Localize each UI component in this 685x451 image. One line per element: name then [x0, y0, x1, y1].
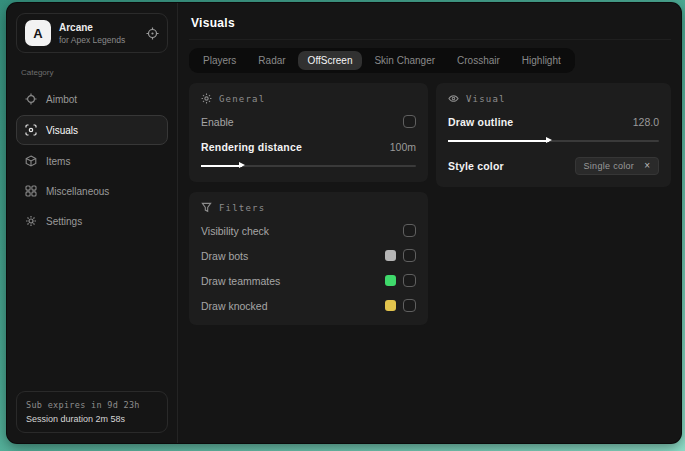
enable-label: Enable	[201, 116, 234, 128]
sun-icon	[201, 93, 212, 104]
app-window: A Arcane for Apex Legends Category	[7, 3, 681, 443]
session-duration-text: Session duration 2m 58s	[26, 414, 158, 424]
tab-offscreen[interactable]: OffScreen	[298, 51, 363, 70]
panel-title-text: Filters	[219, 203, 265, 213]
draw-knocked-checkbox[interactable]	[403, 299, 416, 312]
panel-title-text: General	[219, 94, 265, 104]
draw-knocked-label: Draw knocked	[201, 300, 268, 312]
funnel-icon	[201, 202, 212, 213]
sidebar-item-label: Settings	[46, 216, 82, 227]
tab-skin-changer[interactable]: Skin Changer	[364, 51, 445, 70]
sidebar: A Arcane for Apex Legends Category	[7, 3, 178, 443]
draw-outline-slider[interactable]	[448, 136, 659, 145]
sidebar-item-label: Visuals	[46, 125, 78, 136]
tab-highlight[interactable]: Highlight	[512, 51, 571, 70]
draw-outline-label: Draw outline	[448, 116, 513, 128]
sidebar-item-visuals[interactable]: Visuals	[16, 115, 168, 145]
draw-bots-color-swatch[interactable]	[385, 250, 396, 261]
crosshair-icon	[25, 93, 37, 105]
style-color-chip[interactable]: Single color ×	[575, 157, 659, 175]
visibility-check-checkbox[interactable]	[403, 224, 416, 237]
slider-handle[interactable]	[546, 137, 552, 143]
brand-card: A Arcane for Apex Legends	[16, 13, 168, 53]
tab-bar: Players Radar OffScreen Skin Changer Cro…	[189, 48, 575, 73]
style-color-label: Style color	[448, 160, 504, 172]
draw-teammates-label: Draw teammates	[201, 275, 280, 287]
visual-panel: Visual Draw outline 128.0 Style color	[436, 83, 671, 187]
grid-icon	[25, 185, 37, 197]
draw-teammates-checkbox[interactable]	[403, 274, 416, 287]
sidebar-item-items[interactable]: Items	[16, 147, 168, 175]
panels-area: General Enable Rendering distance 100m	[189, 83, 671, 325]
close-icon[interactable]: ×	[644, 161, 650, 171]
enable-checkbox[interactable]	[403, 115, 416, 128]
brand-text: Arcane for Apex Legends	[59, 22, 125, 45]
main-content: Visuals Players Radar OffScreen Skin Cha…	[178, 3, 681, 443]
sidebar-item-miscellaneous[interactable]: Miscellaneous	[16, 177, 168, 205]
panel-title-text: Visual	[466, 94, 506, 104]
brand-logo: A	[25, 20, 51, 46]
page-title: Visuals	[189, 3, 671, 40]
draw-knocked-color-swatch[interactable]	[385, 300, 396, 311]
scan-eye-icon	[25, 124, 37, 136]
cube-icon	[25, 155, 37, 167]
target-icon[interactable]	[146, 27, 159, 40]
brand-name: Arcane	[59, 22, 125, 33]
tab-players[interactable]: Players	[193, 51, 246, 70]
filters-panel: Filters Visibility check Draw bots	[189, 192, 428, 325]
chip-label: Single color	[584, 161, 635, 171]
draw-bots-label: Draw bots	[201, 250, 248, 262]
gear-icon	[25, 215, 37, 227]
sidebar-item-settings[interactable]: Settings	[16, 207, 168, 235]
visibility-check-label: Visibility check	[201, 225, 269, 237]
subscription-info-card: Sub expires in 9d 23h Session duration 2…	[16, 391, 168, 433]
rendering-distance-value: 100m	[390, 141, 416, 153]
general-panel: General Enable Rendering distance 100m	[189, 83, 428, 182]
draw-teammates-color-swatch[interactable]	[385, 275, 396, 286]
sidebar-item-label: Items	[46, 156, 70, 167]
eye-icon	[448, 93, 459, 104]
sub-expires-text: Sub expires in 9d 23h	[26, 400, 158, 410]
tab-crosshair[interactable]: Crosshair	[447, 51, 510, 70]
category-label: Category	[21, 68, 163, 77]
sidebar-item-aimbot[interactable]: Aimbot	[16, 85, 168, 113]
sidebar-item-label: Aimbot	[46, 94, 77, 105]
brand-subtitle: for Apex Legends	[59, 35, 125, 45]
rendering-distance-label: Rendering distance	[201, 141, 302, 153]
tab-radar[interactable]: Radar	[248, 51, 295, 70]
slider-handle[interactable]	[239, 162, 245, 168]
draw-outline-value: 128.0	[633, 116, 659, 128]
rendering-distance-slider[interactable]	[201, 161, 416, 170]
draw-bots-checkbox[interactable]	[403, 249, 416, 262]
sidebar-item-label: Miscellaneous	[46, 186, 109, 197]
